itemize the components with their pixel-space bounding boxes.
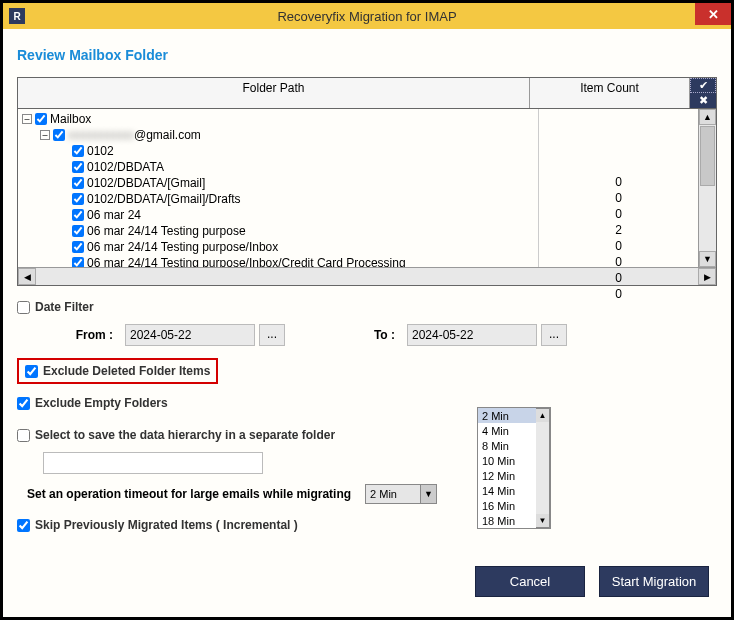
expand-toggle[interactable]: –: [40, 130, 50, 140]
titlebar: R Recoveryfix Migration for IMAP ✕: [3, 3, 731, 29]
exclude-deleted-checkbox[interactable]: [25, 365, 38, 378]
check-all-button[interactable]: ✔: [690, 78, 716, 93]
tree-row[interactable]: 0102: [22, 143, 534, 159]
expand-toggle[interactable]: –: [22, 114, 32, 124]
content-area: Review Mailbox Folder Folder Path Item C…: [3, 29, 731, 617]
grid-body: –Mailbox–xxxxxxxxxxx@gmail.com01020102/D…: [18, 109, 716, 267]
uncheck-all-button[interactable]: ✖: [690, 93, 716, 108]
window-title: Recoveryfix Migration for IMAP: [3, 9, 731, 24]
tree-row[interactable]: –xxxxxxxxxxx@gmail.com: [22, 127, 534, 143]
folder-checkbox[interactable]: [72, 241, 84, 253]
to-date-input[interactable]: [407, 324, 537, 346]
timeout-option[interactable]: 4 Min: [478, 423, 536, 438]
from-date-input[interactable]: [125, 324, 255, 346]
folder-checkbox[interactable]: [72, 257, 84, 267]
grid-header-buttons: ✔ ✖: [690, 78, 716, 108]
folder-checkbox[interactable]: [72, 145, 84, 157]
folder-tree[interactable]: –Mailbox–xxxxxxxxxxx@gmail.com01020102/D…: [18, 109, 538, 267]
timeout-option[interactable]: 18 Min: [478, 513, 536, 528]
folder-label: xxxxxxxxxxx@gmail.com: [68, 128, 201, 142]
save-hierarchy-label: Select to save the data hierarchy in a s…: [35, 428, 335, 442]
tree-row[interactable]: 0102/DBDATA/[Gmail]: [22, 175, 534, 191]
scroll-right-arrow[interactable]: ▶: [698, 268, 716, 285]
to-label: To :: [335, 328, 395, 342]
item-count-cell: [539, 159, 698, 175]
tree-row[interactable]: 06 mar 24: [22, 207, 534, 223]
tree-row[interactable]: 0102/DBDATA/[Gmail]/Drafts: [22, 191, 534, 207]
folder-label: 0102/DBDATA/[Gmail]: [87, 176, 205, 190]
timeout-option[interactable]: 2 Min: [478, 408, 536, 423]
skip-previous-label: Skip Previously Migrated Items ( Increme…: [35, 518, 298, 532]
timeout-option[interactable]: 16 Min: [478, 498, 536, 513]
folder-label: 0102: [87, 144, 114, 158]
start-migration-button[interactable]: Start Migration: [599, 566, 709, 597]
timeout-option[interactable]: 8 Min: [478, 438, 536, 453]
folder-label: Mailbox: [50, 112, 91, 126]
listbox-scroll-down[interactable]: ▼: [536, 514, 549, 527]
timeout-option[interactable]: 14 Min: [478, 483, 536, 498]
hscroll-track[interactable]: [36, 268, 698, 285]
col-item-count: Item Count: [530, 78, 690, 108]
folder-label: 06 mar 24/14 Testing purpose: [87, 224, 246, 238]
timeout-option[interactable]: 12 Min: [478, 468, 536, 483]
date-filter-checkbox[interactable]: [17, 301, 30, 314]
folder-checkbox[interactable]: [35, 113, 47, 125]
listbox-scrollbar[interactable]: ▲ ▼: [536, 408, 550, 528]
exclude-empty-checkbox[interactable]: [17, 397, 30, 410]
tree-row[interactable]: 06 mar 24/14 Testing purpose/Inbox/Credi…: [22, 255, 534, 267]
folder-grid: Folder Path Item Count ✔ ✖ –Mailbox–xxxx…: [17, 77, 717, 286]
listbox-scroll-up[interactable]: ▲: [536, 409, 549, 422]
date-filter-label: Date Filter: [35, 300, 94, 314]
exclude-deleted-label: Exclude Deleted Folder Items: [43, 364, 210, 378]
hierarchy-path-input[interactable]: [43, 452, 263, 474]
timeout-value: 2 Min: [366, 488, 420, 500]
folder-checkbox[interactable]: [72, 161, 84, 173]
tree-row[interactable]: 06 mar 24/14 Testing purpose: [22, 223, 534, 239]
tree-row[interactable]: 06 mar 24/14 Testing purpose/Inbox: [22, 239, 534, 255]
cancel-button[interactable]: Cancel: [475, 566, 585, 597]
scroll-left-arrow[interactable]: ◀: [18, 268, 36, 285]
item-count-cell: 0: [539, 207, 698, 223]
skip-previous-checkbox[interactable]: [17, 519, 30, 532]
date-row: From : ... To : ...: [17, 324, 717, 346]
app-window: R Recoveryfix Migration for IMAP ✕ Revie…: [0, 0, 734, 620]
timeout-listbox[interactable]: 2 Min4 Min8 Min10 Min12 Min14 Min16 Min1…: [477, 407, 551, 529]
count-column: 00020000: [538, 109, 698, 267]
folder-checkbox[interactable]: [72, 193, 84, 205]
item-count-cell: 0: [539, 191, 698, 207]
tree-row[interactable]: 0102/DBDATA: [22, 159, 534, 175]
tree-row[interactable]: –Mailbox: [22, 111, 534, 127]
folder-label: 06 mar 24: [87, 208, 141, 222]
scroll-up-arrow[interactable]: ▲: [699, 109, 716, 125]
col-folder-path: Folder Path: [18, 78, 530, 108]
footer-buttons: Cancel Start Migration: [475, 566, 709, 597]
to-date-picker-button[interactable]: ...: [541, 324, 567, 346]
chevron-down-icon[interactable]: ▼: [420, 485, 436, 503]
timeout-option[interactable]: 10 Min: [478, 453, 536, 468]
folder-label: 0102/DBDATA: [87, 160, 164, 174]
item-count-cell: 2: [539, 223, 698, 239]
horizontal-scrollbar[interactable]: ◀ ▶: [18, 267, 716, 285]
folder-label: 0102/DBDATA/[Gmail]/Drafts: [87, 192, 241, 206]
from-label: From :: [53, 328, 113, 342]
timeout-label: Set an operation timeout for large email…: [27, 487, 351, 501]
folder-checkbox[interactable]: [72, 177, 84, 189]
item-count-cell: 0: [539, 287, 698, 303]
folder-checkbox[interactable]: [72, 225, 84, 237]
folder-checkbox[interactable]: [72, 209, 84, 221]
close-button[interactable]: ✕: [695, 3, 731, 25]
scroll-down-arrow[interactable]: ▼: [699, 251, 716, 267]
scroll-track[interactable]: [699, 187, 716, 251]
options-panel: Date Filter From : ... To : ... Exclude …: [17, 300, 717, 532]
timeout-row: Set an operation timeout for large email…: [17, 484, 717, 504]
folder-checkbox[interactable]: [53, 129, 65, 141]
grid-header: Folder Path Item Count ✔ ✖: [18, 78, 716, 109]
vertical-scrollbar[interactable]: ▲ ▼: [698, 109, 716, 267]
from-date-picker-button[interactable]: ...: [259, 324, 285, 346]
save-hierarchy-checkbox[interactable]: [17, 429, 30, 442]
item-count-cell: 0: [539, 175, 698, 191]
timeout-combo[interactable]: 2 Min ▼: [365, 484, 437, 504]
item-count-cell: 0: [539, 239, 698, 255]
exclude-empty-label: Exclude Empty Folders: [35, 396, 168, 410]
scroll-thumb[interactable]: [700, 126, 715, 186]
